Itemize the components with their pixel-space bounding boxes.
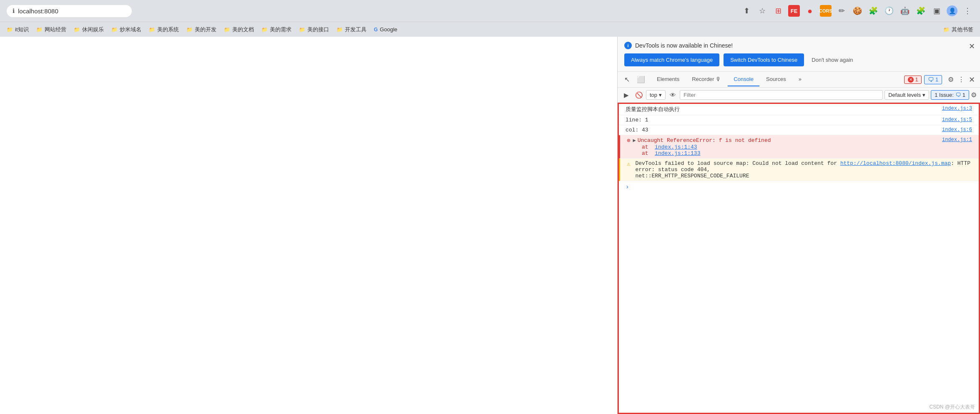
info-badge[interactable]: 🗨 1 xyxy=(924,75,942,84)
tab-more[interactable]: » xyxy=(793,73,807,86)
console-prompt[interactable]: › xyxy=(619,181,979,193)
banner-title: i DevTools is now available in Chinese! xyxy=(624,42,973,49)
folder-icon: 📁 xyxy=(111,27,118,33)
browser-actions: ⬆ ☆ ⊞ FE ● CORS ✏ 🍪 🧩 🕐 🤖 🧩 ▣ 👤 ⋮ xyxy=(741,5,973,17)
eye-icon[interactable]: 👁 xyxy=(667,90,678,101)
always-match-button[interactable]: Always match Chrome's language xyxy=(624,53,719,66)
bookmark-needs[interactable]: 📁 美的需求 xyxy=(258,25,295,35)
main-content: i DevTools is now available in Chinese! … xyxy=(0,37,980,414)
log-source-2[interactable]: index.js:5 xyxy=(942,117,972,123)
log-source-3[interactable]: index.js:6 xyxy=(942,127,972,133)
settings-gear-icon[interactable]: ⚙ xyxy=(946,74,955,85)
page-area xyxy=(0,37,617,414)
share-icon[interactable]: ⬆ xyxy=(741,5,752,17)
bookmark-system[interactable]: 📁 美的系统 xyxy=(146,25,182,35)
bookmark-it[interactable]: 📁 it知识 xyxy=(3,25,32,35)
red-dot-icon[interactable]: ● xyxy=(804,5,816,17)
log-text-3: col: 43 xyxy=(626,127,939,133)
issue-badge[interactable]: 1 Issue: 🗨 1 xyxy=(931,90,969,100)
block-icon[interactable]: 🚫 xyxy=(633,90,644,101)
log-source-1[interactable]: index.js:3 xyxy=(942,106,972,111)
error-link-2[interactable]: index.js:1:133 xyxy=(655,150,700,157)
bookmark-google[interactable]: G Google xyxy=(371,25,401,34)
more-options-icon[interactable]: ⋮ xyxy=(956,74,966,85)
error-link-1[interactable]: index.js:1:43 xyxy=(655,144,697,150)
log-entry-2: line: 1 index.js:5 xyxy=(619,115,979,125)
default-levels-selector[interactable]: Default levels ▾ xyxy=(885,90,929,100)
chevron-down-icon: ▾ xyxy=(659,92,662,98)
tab-elements[interactable]: Elements xyxy=(651,73,685,86)
levels-label: Default levels xyxy=(888,92,921,98)
console-toolbar: ▶ 🚫 top ▾ 👁 Default levels ▾ 1 Issue: 🗨 … xyxy=(618,88,980,103)
cursor-icon[interactable]: ↖ xyxy=(621,74,633,86)
timer-icon[interactable]: 🕐 xyxy=(883,5,895,17)
issue-label: 1 Issue: xyxy=(935,92,954,98)
star-icon[interactable]: ☆ xyxy=(756,5,768,17)
source-map-link[interactable]: http://localhost:8080/index.js.map xyxy=(840,160,951,167)
tab-icons: ↖ ⬜ xyxy=(621,74,647,86)
dont-show-button[interactable]: Don't show again xyxy=(808,53,856,66)
bookmark-tools[interactable]: 📁 开发工具 xyxy=(333,25,370,35)
bookmark-docs[interactable]: 📁 美的文档 xyxy=(221,25,257,35)
fe-icon[interactable]: FE xyxy=(788,5,800,17)
bookmark-label: 其他书签 xyxy=(952,26,973,33)
error-circle-icon: ⊗ xyxy=(627,137,630,144)
bookmark-website[interactable]: 📁 网站经营 xyxy=(33,25,70,35)
context-selector[interactable]: top ▾ xyxy=(646,90,666,100)
context-label: top xyxy=(650,92,657,98)
folder-icon: 📁 xyxy=(943,27,950,33)
tab-sources[interactable]: Sources xyxy=(760,73,792,86)
prompt-arrow-icon: › xyxy=(626,184,629,190)
error-x-icon: ✕ xyxy=(908,77,914,83)
banner-buttons: Always match Chrome's language Switch De… xyxy=(624,53,973,66)
tab-console[interactable]: Console xyxy=(728,73,759,86)
bookmark-label: 炒米域名 xyxy=(120,26,141,33)
folder-icon: 📁 xyxy=(224,27,230,33)
banner-close-button[interactable]: ✕ xyxy=(969,42,975,51)
address-field[interactable]: ℹ localhost:8080 xyxy=(7,5,132,17)
devtools-close-icon[interactable]: ✕ xyxy=(967,73,977,86)
warning-triangle-icon: ⚠ xyxy=(627,160,630,167)
devtools-panel: i DevTools is now available in Chinese! … xyxy=(617,37,980,414)
bookmark-other[interactable]: 📁 其他书签 xyxy=(940,25,977,35)
log-entry-5: ⚠ DevTools failed to load source map: Co… xyxy=(619,159,979,181)
cors-icon[interactable]: CORS xyxy=(820,5,832,17)
avatar-icon[interactable]: 👤 xyxy=(947,5,957,16)
log-entry-3: col: 43 index.js:6 xyxy=(619,125,979,135)
more-icon[interactable]: ⋮ xyxy=(962,5,973,17)
grid-icon[interactable]: ⊞ xyxy=(772,5,784,17)
devtools-content: ▶ 🚫 top ▾ 👁 Default levels ▾ 1 Issue: 🗨 … xyxy=(618,88,980,414)
pen-icon[interactable]: ✏ xyxy=(836,5,847,17)
bookmark-label: Google xyxy=(380,26,397,33)
levels-chevron-icon: ▾ xyxy=(922,92,925,98)
devtools-banner: i DevTools is now available in Chinese! … xyxy=(618,37,980,72)
run-icon[interactable]: ▶ xyxy=(621,90,632,101)
tab-recorder[interactable]: Recorder 🎙 xyxy=(686,73,727,86)
bookmark-label: 美的系统 xyxy=(157,26,179,33)
error-message: Uncaught ReferenceError: f is not define… xyxy=(638,137,771,144)
folder-icon: 📁 xyxy=(36,27,43,33)
android-icon[interactable]: 🤖 xyxy=(899,5,911,17)
folder-icon: 📁 xyxy=(149,27,155,33)
sidebar-icon[interactable]: ▣ xyxy=(931,5,942,17)
folder-icon: 📁 xyxy=(299,27,305,33)
switch-chinese-button[interactable]: Switch DevTools to Chinese xyxy=(724,53,804,66)
bookmark-domain[interactable]: 📁 炒米域名 xyxy=(108,25,145,35)
device-icon[interactable]: ⬜ xyxy=(635,74,647,86)
log-source-4[interactable]: index.js:1 xyxy=(942,137,972,143)
console-settings-icon[interactable]: ⚙ xyxy=(971,91,977,99)
issue-count: 1 xyxy=(962,92,965,98)
error-count: 1 xyxy=(915,77,918,83)
folder-icon: 📁 xyxy=(74,27,80,33)
bookmark-api[interactable]: 📁 美的接口 xyxy=(296,25,332,35)
bookmark-dev[interactable]: 📁 美的开发 xyxy=(183,25,220,35)
extension-icon[interactable]: 🧩 xyxy=(867,5,879,17)
log-entry-4: ⊗ ▶ Uncaught ReferenceError: f is not de… xyxy=(619,135,979,159)
cookie-icon[interactable]: 🍪 xyxy=(852,5,863,17)
bookmark-leisure[interactable]: 📁 休闲娱乐 xyxy=(70,25,107,35)
expand-arrow-icon[interactable]: ▶ xyxy=(633,137,636,144)
console-output[interactable]: 质量监控脚本自动执行 index.js:3 line: 1 index.js:5… xyxy=(618,103,980,414)
filter-input[interactable] xyxy=(680,90,883,100)
error-badge[interactable]: ✕ 1 xyxy=(904,76,922,84)
puzzle-icon[interactable]: 🧩 xyxy=(915,5,927,17)
